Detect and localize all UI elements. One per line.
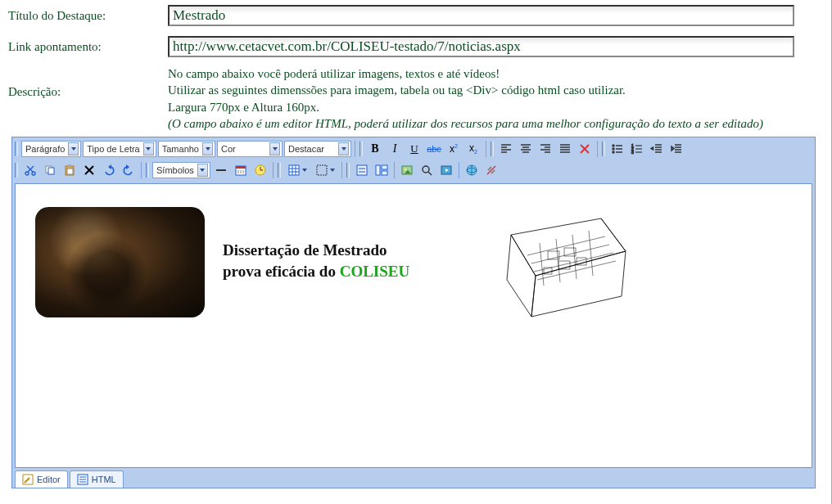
svg-marker-85 [507,235,536,317]
svg-point-75 [404,169,406,171]
underline-button[interactable]: U [405,141,423,157]
svg-point-41 [32,172,35,175]
svg-line-42 [28,166,34,172]
svg-rect-68 [357,165,367,175]
delete-button[interactable] [80,162,98,178]
svg-point-22 [613,151,614,153]
content-image [35,207,205,317]
svg-line-89 [531,245,609,263]
svg-rect-71 [376,165,380,175]
svg-point-77 [423,166,429,173]
svg-line-94 [572,235,577,279]
tab-editor[interactable]: Editor [15,470,68,488]
svg-marker-52 [126,164,129,169]
svg-rect-62 [289,165,299,175]
svg-line-93 [556,239,560,282]
layout-button[interactable] [373,162,391,178]
paste-button[interactable] [61,162,79,178]
undo-button[interactable] [100,162,118,178]
svg-rect-55 [236,166,246,169]
strikethrough-button[interactable]: abc [425,141,443,157]
svg-rect-67 [317,165,327,175]
content-heading: Dissertação de Mestrado prova eficácia d… [223,207,468,281]
cell-border-button[interactable] [312,162,338,178]
redo-button[interactable] [120,162,138,178]
svg-rect-69 [359,168,365,169]
unlink-button[interactable] [482,162,500,178]
indent-button[interactable] [667,141,685,157]
copy-button[interactable] [41,162,59,178]
size-select[interactable]: Tamanho [158,141,215,157]
title-input[interactable] [168,5,794,26]
align-center-button[interactable] [517,141,535,157]
svg-point-20 [613,148,614,150]
remove-format-button[interactable] [576,141,594,157]
div-button[interactable] [353,162,371,178]
align-justify-button[interactable] [556,141,574,157]
svg-rect-70 [359,171,365,173]
outdent-button[interactable] [648,141,666,157]
color-select[interactable]: Cor [217,141,283,157]
link-button[interactable] [463,162,481,178]
svg-point-40 [25,172,29,175]
content-diagram [486,210,634,325]
cut-button[interactable] [21,162,39,178]
italic-button[interactable]: I [386,141,404,157]
ordered-list-button[interactable]: 123 [628,141,646,157]
svg-rect-72 [382,165,387,169]
rich-text-editor: Parágrafo Tipo de Letra Tamanho Cor Dest… [11,137,816,488]
svg-line-78 [428,172,432,175]
svg-point-18 [613,145,614,146]
highlight-select[interactable]: Destacar [284,141,351,157]
superscript-button[interactable]: x2 [445,141,463,157]
tab-html[interactable]: HTML [70,470,124,488]
font-select[interactable]: Tipo de Letra [83,141,156,157]
title-label: Título do Destaque: [8,9,168,23]
table-button[interactable] [284,162,310,178]
subscript-button[interactable]: x2 [464,141,482,157]
time-button[interactable] [251,162,269,178]
paragraph-select[interactable]: Parágrafo [21,141,81,157]
description-help-text: No campo abaixo você poderá utilizar ima… [168,65,763,132]
svg-line-43 [27,166,33,172]
svg-line-95 [589,231,593,276]
svg-line-87 [601,218,626,251]
svg-marker-51 [108,164,111,169]
svg-rect-45 [48,168,54,174]
image-button[interactable] [398,162,416,178]
date-button[interactable] [232,162,250,178]
svg-marker-34 [651,147,653,150]
svg-marker-39 [671,146,674,151]
bold-button[interactable]: B [366,141,384,157]
horizontal-rule-button[interactable] [212,162,230,178]
link-input[interactable] [168,36,794,57]
svg-text:3: 3 [631,150,634,155]
svg-rect-47 [68,164,71,167]
description-label: Descrição: [8,65,168,99]
svg-rect-48 [67,169,73,174]
unordered-list-button[interactable] [608,141,626,157]
svg-line-90 [534,253,613,272]
svg-line-88 [527,236,605,255]
align-right-button[interactable] [536,141,554,157]
align-left-button[interactable] [497,141,515,157]
media-button[interactable] [437,162,455,178]
editor-canvas[interactable]: Dissertação de Mestrado prova eficácia d… [15,183,812,468]
symbols-select[interactable]: Símbolos [152,162,210,178]
svg-rect-73 [382,171,387,175]
link-label: Link apontamento: [8,40,168,54]
find-button[interactable] [418,162,436,178]
